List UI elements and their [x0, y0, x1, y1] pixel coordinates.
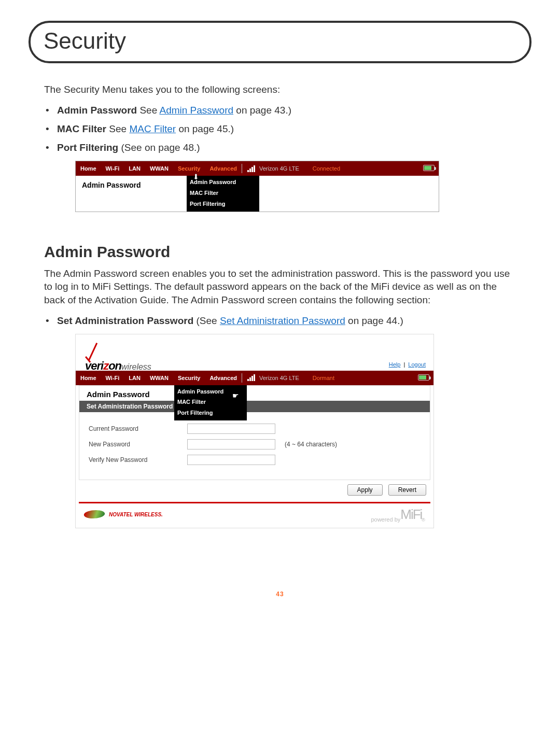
label-verify-password: Verify New Password: [89, 456, 187, 463]
nav-wifi[interactable]: Wi-Fi: [101, 371, 124, 385]
link-set-admin-password[interactable]: Set Administration Password: [220, 315, 345, 326]
signal-icon: [247, 374, 255, 381]
nav-wwan[interactable]: WWAN: [145, 371, 173, 385]
label-new-password: New Password: [89, 441, 187, 448]
novatel-logo: NOVATEL WIRELESS.: [84, 510, 163, 518]
status-area: Verizon 4G LTE Connected: [245, 165, 344, 172]
page-title-box: Security: [29, 21, 531, 63]
item-bold: Port Filtering: [57, 142, 118, 153]
panel-subhead: Set Administration Password: [79, 401, 430, 412]
panel-title: Admin Password: [79, 386, 430, 401]
shot2-header: verizonwireless Help | Logout: [76, 334, 433, 371]
nav-bar: Home Wi-Fi LAN WWAN Security Advanced Ve…: [76, 371, 433, 385]
intro-text: The Security Menu takes you to the follo…: [44, 84, 531, 95]
screenshot-admin-password: verizonwireless Help | Logout Home Wi-Fi…: [75, 334, 434, 528]
password-form: Current Password New Password (4 ~ 64 ch…: [79, 412, 430, 480]
page-number: 43: [29, 591, 531, 598]
input-current-password[interactable]: [187, 424, 275, 434]
battery-icon: [423, 165, 435, 171]
nav-separator: [242, 164, 242, 173]
nav-wifi[interactable]: Wi-Fi: [101, 161, 124, 176]
section-heading: Admin Password: [44, 243, 531, 261]
input-verify-password[interactable]: [187, 455, 275, 465]
apply-button[interactable]: Apply: [347, 484, 383, 496]
menu-admin-password[interactable]: Admin Password: [174, 386, 247, 397]
nav-security[interactable]: Security: [173, 371, 205, 385]
battery-icon: [418, 374, 429, 381]
hint-text: (4 ~ 64 characters): [285, 441, 337, 448]
nav-advanced[interactable]: Advanced: [205, 371, 242, 385]
button-bar: Apply Revert: [76, 480, 433, 502]
input-new-password[interactable]: [187, 439, 275, 449]
logout-link[interactable]: Logout: [408, 361, 426, 368]
admin-password-panel: Admin Password Set Administration Passwo…: [79, 385, 430, 480]
section-paragraph: The Admin Password screen enables you to…: [44, 267, 516, 307]
powered-by-text: powered by: [371, 516, 400, 523]
connection-status: Dormant: [313, 375, 334, 381]
security-dropdown: Admin Password MAC Filter Port Filtering: [187, 176, 259, 212]
item-bold: Set Administration Password: [57, 315, 193, 326]
menu-admin-password[interactable]: Admin Password: [187, 177, 259, 188]
mifi-text: MiFi: [400, 507, 422, 523]
novatel-text: NOVATEL WIRELESS.: [109, 512, 163, 517]
label-current-password: Current Password: [89, 425, 187, 432]
item-bold: MAC Filter: [57, 123, 106, 134]
nav-home[interactable]: Home: [76, 161, 101, 176]
list-item: Admin Password See Admin Password on pag…: [57, 105, 531, 116]
verizon-check-icon: [85, 340, 100, 360]
nav-security[interactable]: Security: [173, 161, 205, 176]
nav-wwan[interactable]: WWAN: [145, 161, 173, 176]
menu-port-filtering[interactable]: Port Filtering: [187, 199, 259, 209]
nav-home[interactable]: Home: [76, 371, 101, 385]
list-item: Set Administration Password (See Set Adm…: [57, 315, 531, 327]
nav-separator: [242, 373, 242, 383]
link-mac-filter[interactable]: MAC Filter: [129, 123, 176, 134]
nav-advanced[interactable]: Advanced: [205, 161, 242, 176]
item-bold: Admin Password: [57, 105, 137, 116]
nav-bar: Home Wi-Fi LAN WWAN Security Advanced Ve…: [76, 161, 439, 176]
carrier-label: Verizon 4G LTE: [259, 165, 299, 172]
menu-mac-filter[interactable]: MAC Filter: [187, 188, 259, 199]
status-area: Verizon 4G LTE Dormant: [245, 374, 339, 381]
screenshot-security-menu: Home Wi-Fi LAN WWAN Security Advanced Ve…: [75, 161, 439, 212]
signal-icon: [247, 165, 255, 172]
security-menu-list: Admin Password See Admin Password on pag…: [57, 105, 531, 153]
mifi-logo: powered by MiFi®: [371, 507, 425, 523]
menu-port-filtering[interactable]: Port Filtering: [174, 407, 247, 418]
panel-title: Admin Password: [76, 176, 187, 212]
list-item: MAC Filter See MAC Filter on page 45.): [57, 123, 531, 135]
carrier-label: Verizon 4G LTE: [259, 375, 299, 381]
header-links: Help | Logout: [387, 361, 427, 368]
revert-button[interactable]: Revert: [388, 484, 426, 496]
footer: NOVATEL WIRELESS. powered by MiFi®: [79, 502, 430, 528]
verizon-logo: verizonwireless: [85, 340, 151, 368]
list-item: Port Filtering (See on page 48.): [57, 142, 531, 153]
nav-lan[interactable]: LAN: [124, 371, 145, 385]
connection-status: Connected: [313, 165, 340, 172]
menu-mac-filter[interactable]: MAC Filter: [174, 397, 247, 407]
page-title: Security: [44, 28, 516, 54]
novatel-swoosh-icon: [82, 510, 106, 518]
security-dropdown: Admin Password MAC Filter Port Filtering: [174, 385, 247, 421]
link-admin-password[interactable]: Admin Password: [159, 105, 233, 116]
help-link[interactable]: Help: [389, 361, 401, 368]
nav-lan[interactable]: LAN: [124, 161, 145, 176]
sub-bullet-list: Set Administration Password (See Set Adm…: [57, 315, 531, 327]
